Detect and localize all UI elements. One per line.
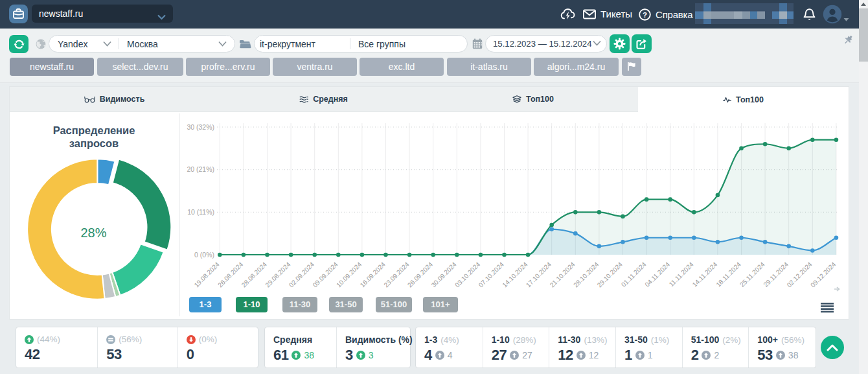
svg-text:25.11.2024: 25.11.2024	[738, 261, 766, 288]
svg-text:01.11.2024: 01.11.2024	[620, 261, 648, 288]
svg-text:29.10.2024: 29.10.2024	[596, 261, 624, 288]
svg-text:?: ?	[643, 11, 647, 19]
svg-text:09.12.2024: 09.12.2024	[809, 261, 837, 288]
svg-text:0 (0%): 0 (0%)	[194, 251, 214, 259]
svg-text:28%: 28%	[80, 226, 106, 240]
svg-text:10 (11%): 10 (11%)	[187, 208, 214, 216]
svg-text:20 (21%): 20 (21%)	[187, 165, 214, 173]
svg-text:14.11.2024: 14.11.2024	[691, 261, 719, 288]
svg-text:04.11.2024: 04.11.2024	[643, 261, 671, 288]
svg-text:30 (32%): 30 (32%)	[187, 123, 214, 131]
svg-text:18.11.2024: 18.11.2024	[714, 261, 742, 288]
